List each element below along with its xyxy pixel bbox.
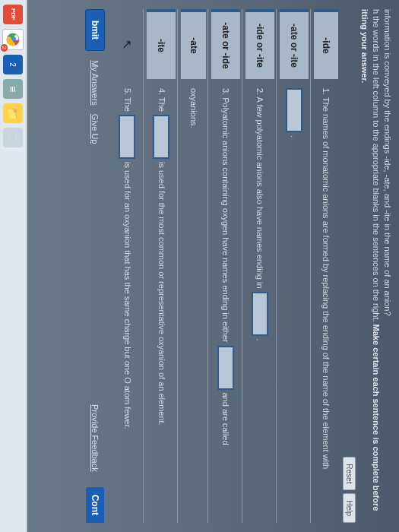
separator bbox=[143, 9, 144, 523]
sentence-5-text-a: 5. The bbox=[121, 88, 134, 112]
my-answers-link[interactable]: My Answers bbox=[90, 60, 100, 105]
pdf-icon[interactable]: PDF bbox=[4, 5, 24, 24]
separator bbox=[242, 9, 242, 523]
sentence-1-text-a: 1. The names of monatomic anions are for… bbox=[320, 88, 333, 469]
instruction-line-2b: Make certain each sentence is complete b… bbox=[372, 325, 381, 511]
help-button[interactable]: Help bbox=[343, 493, 356, 523]
separator bbox=[276, 9, 277, 523]
sentence-5: 5. The is used for an oxyanion that has … bbox=[112, 84, 141, 523]
provide-feedback-link[interactable]: Provide Feedback bbox=[90, 404, 100, 472]
sentence-1-text-b: . bbox=[288, 135, 301, 138]
blank-5[interactable] bbox=[119, 115, 135, 159]
sentence-4-text-a: 4. The bbox=[155, 88, 168, 112]
sentence-4-text-b: is used for the most common or represent… bbox=[155, 162, 168, 426]
reset-button[interactable]: Reset bbox=[343, 457, 356, 490]
separator bbox=[310, 9, 311, 523]
sentence-4: 4. The is used for the most common or re… bbox=[147, 84, 176, 523]
sentence-2-text-a: 2. A few polyatomic anions also have nam… bbox=[254, 88, 267, 289]
sentence-1: 1. The names of monatomic anions are for… bbox=[314, 84, 339, 523]
give-up-link[interactable]: Give Up bbox=[90, 114, 100, 144]
drag-item-ite[interactable]: -ite bbox=[147, 9, 176, 79]
sentence-5-text-b: is used for an oxyanion that has the sam… bbox=[121, 162, 134, 429]
drag-item-ide-or-ite[interactable]: -ide or -ite bbox=[245, 9, 274, 79]
blank-4[interactable] bbox=[153, 115, 169, 159]
instruction-line-1: information is conveyed by the endings -… bbox=[383, 9, 392, 316]
app-icon-3[interactable]: 📁 bbox=[4, 103, 24, 123]
sentence-3-text-b: and are called bbox=[220, 393, 233, 445]
blank-3a[interactable] bbox=[217, 346, 234, 390]
separator bbox=[177, 9, 178, 523]
sentence-3-cont: oxyanions. bbox=[181, 84, 206, 523]
drag-item-ate-or-ide[interactable]: -ate or -ide bbox=[211, 9, 240, 79]
app-icon-4[interactable]: 🗔 bbox=[4, 128, 24, 147]
instruction-line-3b: itting your answer. bbox=[360, 9, 369, 83]
sentence-3-text-c: oxyanions. bbox=[187, 88, 200, 128]
app-icon-2[interactable]: ≡ bbox=[4, 79, 24, 99]
drag-item-ate[interactable]: -ate bbox=[181, 9, 206, 79]
sentence-1-cont: . bbox=[280, 84, 309, 523]
app-icon-1[interactable]: 2 bbox=[4, 55, 24, 74]
sentence-2-text-b: . bbox=[254, 339, 267, 341]
cursor-icon: ↖ bbox=[120, 40, 135, 49]
separator bbox=[207, 9, 208, 523]
svg-text:2: 2 bbox=[9, 62, 17, 67]
drag-item-ide[interactable]: -ide bbox=[314, 9, 339, 79]
taskbar: PDF 2 ≡ 📁 🗔 bbox=[0, 0, 27, 532]
sentence-3: 3. Polyatomic anions containing oxygen h… bbox=[211, 84, 240, 523]
continue-button[interactable]: Cont bbox=[86, 487, 104, 523]
drag-item-ate-or-ite[interactable]: -ate or -ite bbox=[280, 9, 309, 79]
sentence-2: 2. A few polyatomic anions also have nam… bbox=[245, 84, 274, 523]
submit-button[interactable]: bmit bbox=[85, 9, 105, 51]
sentence-3-text-a: 3. Polyatomic anions containing oxygen h… bbox=[220, 88, 233, 343]
chrome-icon[interactable] bbox=[3, 29, 24, 50]
blank-1[interactable] bbox=[286, 88, 302, 132]
instruction-line-2a: h the words in the left column to the ap… bbox=[372, 9, 381, 325]
blank-2[interactable] bbox=[252, 292, 268, 336]
